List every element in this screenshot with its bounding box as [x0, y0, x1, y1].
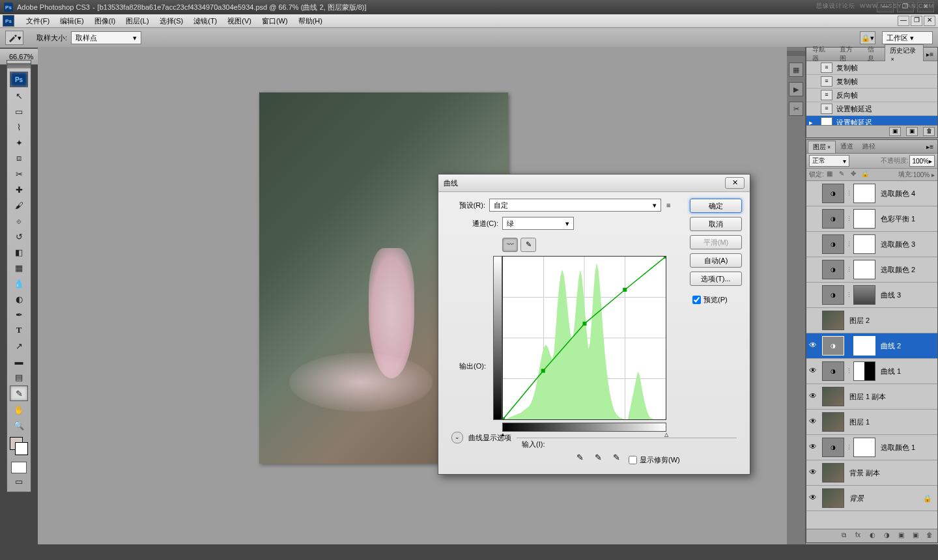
- visibility-toggle-icon[interactable]: 👁: [808, 391, 818, 402]
- history-item[interactable]: ≡复制帧: [806, 75, 937, 89]
- visibility-toggle-icon[interactable]: 👁: [808, 493, 818, 503]
- channel-dropdown[interactable]: 绿▾: [502, 217, 574, 230]
- path-tool-icon[interactable]: ↗: [10, 339, 27, 353]
- layer-row[interactable]: ◑⋮选取颜色 2: [806, 257, 937, 283]
- menu-file[interactable]: 文件(F): [21, 15, 55, 27]
- curve-point-tool-icon[interactable]: 〰: [502, 238, 518, 252]
- layer-row[interactable]: 👁◑⋮曲线 2: [806, 333, 937, 359]
- slice-tool-icon[interactable]: ✂: [10, 167, 27, 181]
- trash-icon[interactable]: 🗑: [924, 531, 935, 540]
- hand-tool-icon[interactable]: ✋: [10, 402, 27, 417]
- layer-row[interactable]: ◑⋮色彩平衡 1: [806, 206, 937, 232]
- curve-display-options[interactable]: ⌄ 曲线显示选项: [451, 432, 737, 443]
- link-icon[interactable]: ⋮: [846, 190, 852, 197]
- menu-filter[interactable]: 滤镜(T): [188, 15, 222, 27]
- layer-row[interactable]: 👁背景 副本: [806, 460, 937, 486]
- link-icon[interactable]: ⋮: [846, 266, 852, 273]
- curves-graph[interactable]: [502, 256, 666, 420]
- dialog-titlebar[interactable]: 曲线 ✕: [438, 175, 750, 192]
- visibility-toggle-icon[interactable]: [808, 290, 818, 300]
- screenmode-icon[interactable]: ▭: [10, 474, 27, 488]
- visibility-toggle-icon[interactable]: [808, 239, 818, 249]
- visibility-toggle-icon[interactable]: [808, 188, 818, 199]
- menu-layer[interactable]: 图层(L): [121, 15, 154, 27]
- visibility-toggle-icon[interactable]: 👁: [808, 366, 818, 376]
- menu-edit[interactable]: 编辑(E): [55, 15, 89, 27]
- layer-row[interactable]: 👁背景🔒: [806, 486, 937, 511]
- show-clipping-checkbox[interactable]: 显示修剪(W): [626, 454, 680, 466]
- new-doc-icon[interactable]: ▣: [906, 127, 918, 136]
- blend-mode-dropdown[interactable]: 正常▾: [809, 155, 849, 167]
- panel-menu-icon[interactable]: ▸≡: [924, 143, 936, 150]
- cancel-button[interactable]: 取消: [690, 217, 742, 231]
- link-icon[interactable]: ⋮: [846, 444, 852, 451]
- notes-tool-icon[interactable]: ▤: [10, 370, 27, 384]
- eyedropper-tool-icon[interactable]: ✎: [10, 385, 28, 401]
- move-tool-icon[interactable]: ↖: [10, 89, 27, 103]
- trash-icon[interactable]: 🗑: [923, 127, 935, 136]
- chevron-down-icon[interactable]: ⌄: [451, 432, 463, 443]
- ps-logo-icon[interactable]: Ps: [10, 72, 28, 87]
- history-item[interactable]: ▸≡设置帧延迟: [806, 116, 937, 125]
- new-snapshot-icon[interactable]: ▣: [889, 127, 901, 136]
- layer-row[interactable]: ◑⋮曲线 3: [806, 283, 937, 308]
- preset-menu-icon[interactable]: ≡: [666, 201, 670, 209]
- tab-channels[interactable]: 通道: [836, 141, 858, 152]
- eyedropper-tool-icon[interactable]: ▾: [5, 31, 23, 45]
- dock-play-icon[interactable]: ▶: [789, 82, 803, 96]
- layer-row[interactable]: 👁◑⋮选取颜色 1: [806, 435, 937, 460]
- layer-row[interactable]: 👁图层 1 副本: [806, 384, 937, 410]
- dialog-close-icon[interactable]: ✕: [725, 177, 745, 189]
- visibility-toggle-icon[interactable]: [808, 214, 818, 224]
- link-icon[interactable]: ⋮: [846, 368, 852, 374]
- brush-tool-icon[interactable]: 🖌: [10, 198, 27, 212]
- link-icon[interactable]: ⧉: [838, 531, 849, 540]
- link-icon[interactable]: ⋮: [846, 292, 852, 298]
- tab-layers[interactable]: 图层×: [808, 141, 836, 153]
- panel-menu-icon[interactable]: ▸≡: [924, 51, 936, 58]
- layer-row[interactable]: ◑⋮选取颜色 3: [806, 232, 937, 257]
- doc-restore-icon[interactable]: ❐: [911, 16, 922, 26]
- link-icon[interactable]: ⋮: [846, 241, 852, 247]
- crop-tool-icon[interactable]: ⧈: [10, 151, 27, 165]
- menu-select[interactable]: 选择(S): [154, 15, 189, 27]
- doc-close-icon[interactable]: ✕: [924, 16, 935, 26]
- eraser-tool-icon[interactable]: ◧: [10, 245, 27, 259]
- layer-row[interactable]: 👁图层 1: [806, 410, 937, 435]
- history-brush-icon[interactable]: ↺: [10, 229, 27, 244]
- lock-icon[interactable]: 🔒▾: [860, 31, 875, 44]
- preview-checkbox[interactable]: 预览(P): [690, 294, 742, 306]
- preset-dropdown[interactable]: 自定▾: [489, 199, 661, 212]
- sample-size-dropdown[interactable]: 取样点▾: [71, 31, 141, 44]
- white-point-dropper-icon[interactable]: ✎: [610, 453, 622, 464]
- dock-grid-icon[interactable]: ▦: [789, 63, 803, 77]
- visibility-toggle-icon[interactable]: 👁: [808, 468, 818, 478]
- stamp-tool-icon[interactable]: ⟐: [10, 214, 27, 228]
- zoom-tool-icon[interactable]: 🔍: [10, 418, 27, 432]
- lock-paint-icon[interactable]: ✎: [837, 170, 846, 179]
- doc-minimize-icon[interactable]: —: [898, 16, 909, 26]
- history-item[interactable]: ≡设置帧延迟: [806, 102, 937, 116]
- dock-tool-icon[interactable]: ✂: [789, 102, 803, 116]
- gray-point-dropper-icon[interactable]: ✎: [592, 453, 604, 464]
- menu-view[interactable]: 视图(V): [222, 15, 257, 27]
- link-icon[interactable]: ⋮: [846, 216, 852, 222]
- link-icon[interactable]: ⋮: [846, 343, 852, 349]
- folder-icon[interactable]: ▣: [896, 531, 906, 540]
- shape-tool-icon[interactable]: ▬: [10, 354, 27, 369]
- blur-tool-icon[interactable]: 💧: [10, 276, 27, 290]
- visibility-toggle-icon[interactable]: 👁: [808, 442, 818, 453]
- lock-trans-icon[interactable]: ▦: [825, 170, 834, 179]
- fill-field[interactable]: 100% ▸: [913, 171, 935, 178]
- layer-row[interactable]: 👁◑⋮曲线 1: [806, 359, 937, 384]
- color-swatch[interactable]: [10, 437, 28, 455]
- layer-row[interactable]: 图层 2: [806, 308, 937, 333]
- visibility-toggle-icon[interactable]: 👁: [808, 341, 818, 351]
- heal-tool-icon[interactable]: ✚: [10, 182, 27, 197]
- visibility-toggle-icon[interactable]: [808, 315, 818, 326]
- workspace-dropdown[interactable]: 工作区 ▾: [882, 31, 933, 44]
- menu-window[interactable]: 窗口(W): [257, 15, 293, 27]
- history-item[interactable]: ≡复制帧: [806, 61, 937, 75]
- ok-button[interactable]: 确定: [690, 199, 742, 213]
- quickmask-icon[interactable]: [11, 462, 27, 473]
